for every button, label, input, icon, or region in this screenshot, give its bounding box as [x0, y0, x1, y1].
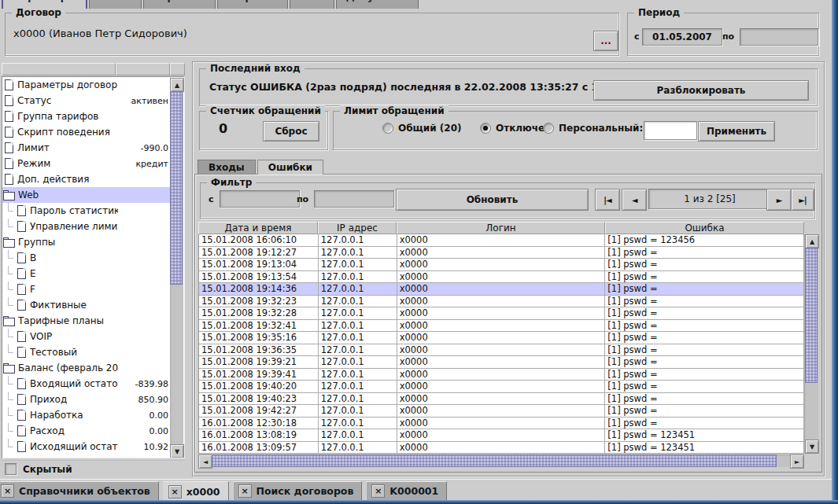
main-tab-2[interactable]: Отчет [89, 0, 142, 9]
table-row[interactable]: 15.01.2008 19:14:36127.0.0.1x0000[1] psw… [199, 283, 804, 296]
tree-item[interactable]: Скрипт поведения [2, 124, 171, 140]
pager-first-button[interactable]: |◄ [595, 189, 620, 211]
tree-item[interactable]: Приход850.90 [2, 392, 171, 407]
table-row[interactable]: 15.01.2008 19:32:28127.0.0.1x0000[1] psw… [199, 307, 804, 320]
table-row[interactable]: 15.01.2008 19:39:21127.0.0.1x0000[1] psw… [199, 356, 804, 369]
table-row[interactable]: 16.01.2008 12:30:18127.0.0.1x0000[1] psw… [199, 418, 804, 430]
tree-item[interactable]: VOIP [2, 329, 171, 344]
table-scroll-left-button[interactable]: ◄ [198, 454, 212, 469]
tree-scrollbar[interactable]: ▲ ▼ [170, 78, 183, 458]
tree-item[interactable]: Входящий остаток-839.98 [2, 376, 171, 392]
main-tab-6[interactable]: Документы [336, 0, 419, 9]
table-vscroll-thumb[interactable] [805, 248, 818, 383]
tree-header-name-column[interactable] [2, 63, 116, 75]
tree-item[interactable]: Режимкредит [2, 156, 171, 171]
table-row[interactable]: 15.01.2008 19:13:04127.0.0.1x0000[1] psw… [199, 259, 804, 271]
column-header-2[interactable]: IP адрес [318, 222, 397, 234]
tree-item[interactable]: Наработка0.00 [2, 407, 171, 423]
radio-personal[interactable] [543, 123, 554, 134]
period-to-field[interactable] [740, 28, 818, 46]
bottom-tab-1[interactable]: ×Справочники объектов [0, 481, 159, 501]
unlock-button[interactable]: Разблокировать [593, 80, 809, 101]
tree-item-label: Расход [30, 425, 118, 436]
table-scroll-right-button[interactable]: ► [790, 454, 804, 469]
table-row[interactable]: 15.01.2008 19:13:54127.0.0.1x0000[1] psw… [199, 271, 804, 284]
bottom-tab-3[interactable]: ×Поиск договоров [233, 481, 363, 501]
table-row[interactable]: 15.01.2008 19:40:23127.0.0.1x0000[1] psw… [199, 393, 804, 406]
tree-item[interactable]: Исходящий остаток10.92 [2, 439, 171, 454]
tree-item[interactable]: Доп. действия [2, 171, 171, 187]
column-header-1[interactable]: Дата и время [198, 222, 318, 234]
tree-item[interactable]: Тарифные планы [2, 313, 171, 329]
refresh-button[interactable]: Обновить [396, 189, 589, 211]
table-row[interactable]: 16.01.2008 13:08:19127.0.0.1x0000[1] psw… [199, 429, 804, 442]
limit-option-personal[interactable]: Персональный: [543, 123, 643, 134]
tree-item[interactable]: Лимит-990.0 [2, 140, 171, 156]
table-row[interactable]: 15.01.2008 19:35:16127.0.0.1x0000[1] psw… [199, 332, 804, 344]
radio-disabled[interactable] [480, 123, 491, 134]
close-icon[interactable]: × [168, 485, 182, 498]
limit-option-common[interactable]: Общий (20) [382, 123, 462, 134]
main-tab-4[interactable]: HelpDesk [217, 0, 288, 9]
tree-item-value: кредит [118, 159, 171, 169]
table-row[interactable]: 16.01.2008 13:09:57127.0.0.1x0000[1] psw… [199, 442, 804, 454]
close-icon[interactable]: × [1, 484, 14, 498]
tree-item[interactable]: Статусактивен [2, 93, 171, 109]
tree-item[interactable]: Расход0.00 [2, 423, 171, 439]
tree-item[interactable]: E [2, 266, 171, 281]
pager-last-button[interactable]: ►| [791, 189, 814, 211]
personal-limit-input[interactable] [644, 121, 697, 140]
log-tab-1[interactable]: Входы [198, 160, 256, 174]
limit-option-disabled[interactable]: Отключен [480, 123, 551, 134]
log-tab-2[interactable]: Ошибки [257, 160, 323, 175]
limit-apply-button[interactable]: Применить [698, 121, 775, 142]
tree-item[interactable]: F [2, 281, 171, 297]
column-header-3[interactable]: Логин [397, 222, 605, 234]
main-tab-5[interactable]: СКМ [290, 0, 334, 9]
table-scroll-up-button[interactable]: ▲ [805, 234, 819, 248]
table-row[interactable]: 15.01.2008 19:32:41127.0.0.1x0000[1] psw… [199, 320, 804, 333]
tree-item[interactable]: Группа тарифов [2, 109, 171, 124]
table-horizontal-scrollbar[interactable]: ◄ ► [198, 454, 804, 467]
tree-item[interactable]: Web [2, 187, 171, 203]
table-row[interactable]: 15.01.2008 19:12:27127.0.0.1x0000[1] psw… [199, 247, 804, 259]
pager-next-button[interactable]: ► [766, 189, 792, 211]
bottom-tab-2[interactable]: ×x0000 [163, 481, 229, 502]
bottom-tab-4[interactable]: ×K000001 [366, 481, 447, 501]
close-icon[interactable]: × [238, 484, 252, 498]
tree-item[interactable]: Группы [2, 234, 171, 250]
close-icon[interactable]: × [371, 484, 385, 498]
hidden-checkbox[interactable] [5, 463, 17, 475]
pager-prev-button[interactable]: ◄ [622, 189, 647, 211]
table-scroll-down-button[interactable]: ▼ [805, 440, 819, 454]
tree-item[interactable]: Параметры договор [2, 77, 171, 93]
tree-item[interactable]: Фиктивные [2, 297, 171, 313]
filter-from-field[interactable] [220, 190, 300, 208]
table-row[interactable]: 15.01.2008 16:06:10127.0.0.1x0000[1] psw… [199, 234, 804, 247]
tree-item[interactable]: B [2, 250, 171, 266]
tree-item[interactable]: Баланс (февраль 2008) [2, 360, 171, 376]
table-vertical-scrollbar[interactable]: ▲ ▼ [804, 234, 818, 454]
contract-browse-button[interactable]: ... [593, 31, 618, 51]
table-row[interactable]: 15.01.2008 19:40:20127.0.0.1x0000[1] psw… [199, 381, 804, 393]
tree-scroll-thumb[interactable] [170, 91, 183, 285]
table-hscroll-thumb[interactable] [212, 454, 777, 467]
hidden-checkbox-label: Скрытый [23, 464, 72, 475]
table-row[interactable]: 15.01.2008 19:32:23127.0.0.1x0000[1] psw… [199, 296, 804, 308]
filter-to-field[interactable] [314, 190, 394, 208]
table-row[interactable]: 15.01.2008 19:42:27127.0.0.1x0000[1] psw… [199, 405, 804, 418]
period-from-field[interactable]: 01.05.2007 [642, 28, 722, 46]
table-row[interactable]: 15.01.2008 19:36:35127.0.0.1x0000[1] psw… [199, 344, 804, 357]
tree-item[interactable]: Пароль статистики [2, 203, 171, 219]
tree-item[interactable]: Управление лимитом [2, 219, 171, 234]
tree-header-value-column[interactable] [116, 63, 170, 75]
main-tab-3[interactable]: Карточки [143, 0, 216, 9]
column-header-4[interactable]: Ошибка [605, 222, 804, 234]
tree-item[interactable]: Тестовый [2, 344, 171, 360]
table-cell: 127.0.0.1 [319, 429, 397, 441]
tree-scroll-up-button[interactable]: ▲ [170, 78, 184, 92]
counter-reset-button[interactable]: Сброс [263, 121, 319, 142]
tree-scroll-down-button[interactable]: ▼ [170, 444, 184, 458]
table-row[interactable]: 15.01.2008 19:39:41127.0.0.1x0000[1] psw… [199, 369, 804, 381]
radio-common[interactable] [382, 123, 393, 134]
